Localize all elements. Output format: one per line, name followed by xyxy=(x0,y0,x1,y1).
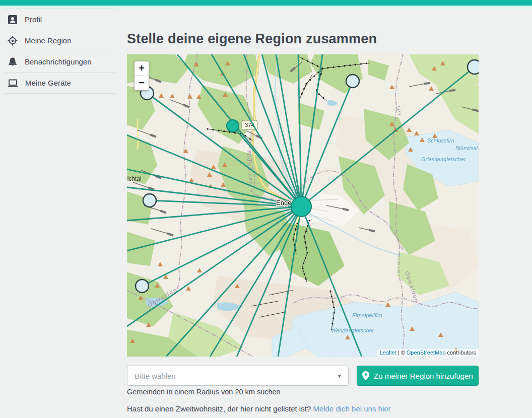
municipality-select[interactable]: Bitte wählen ▾ xyxy=(127,366,349,386)
glacier-label-firnalpelifirn: Firnalpelifirn xyxy=(352,312,382,318)
glacier-label-bluemlisalp: Blümlisal xyxy=(455,145,478,151)
add-to-region-button[interactable]: Zu meiner Region hinzufügen xyxy=(357,366,479,386)
user-badge-icon xyxy=(7,14,18,25)
sidebar-item-label: Benachrichtigungen xyxy=(25,57,92,66)
target-icon xyxy=(7,35,18,46)
sidebar-item-profil[interactable]: Profil xyxy=(0,9,121,30)
map-pin-icon xyxy=(362,371,369,380)
region-map[interactable]: 374 Nidwalden Uri Obwalden Obwalden Melc… xyxy=(127,54,479,357)
zoom-out-button[interactable]: − xyxy=(135,76,149,90)
municipality-marker[interactable] xyxy=(346,75,359,88)
contact-link[interactable]: Melde dich bei uns hier xyxy=(313,404,390,413)
sidebar: Profil Meine Region Benachrichtigungen M… xyxy=(0,9,121,94)
osm-link[interactable]: OpenStreetMap xyxy=(407,350,446,356)
page-title: Stelle deine eigene Region zusammen xyxy=(127,31,377,47)
laptop-icon xyxy=(7,78,19,89)
municipality-marker[interactable] xyxy=(143,194,156,207)
sidebar-item-label: Profil xyxy=(25,15,42,24)
glacier-label-griessengletscher: Griessengletscher xyxy=(421,156,467,162)
sidebar-item-meine-region[interactable]: Meine Region xyxy=(0,30,121,51)
sidebar-item-benachrichtigungen[interactable]: Benachrichtigungen xyxy=(0,51,121,72)
zoom-in-button[interactable]: + xyxy=(135,61,149,76)
attribution-suffix: contributors xyxy=(445,350,476,356)
top-brand-bar xyxy=(0,0,532,6)
map-zoom-control: + − xyxy=(134,61,149,91)
sidebar-item-label: Meine Region xyxy=(25,36,72,45)
glacier-label-schlossfirn: Schlossfirn xyxy=(427,137,454,144)
municipality-marker[interactable] xyxy=(136,280,149,293)
add-to-region-label: Zu meiner Region hinzufügen xyxy=(374,372,473,380)
selected-municipality-marker[interactable] xyxy=(227,120,239,132)
sidebar-item-meine-geraete[interactable]: Meine Geräte xyxy=(0,73,121,93)
select-placeholder: Bitte wählen xyxy=(135,372,176,380)
leaflet-link[interactable]: Leaflet xyxy=(380,350,396,356)
municipality-marker[interactable] xyxy=(468,60,479,74)
bell-icon xyxy=(7,56,18,67)
secondary-residence-row: Hast du einen Zweitwohnsitz, der hier ni… xyxy=(127,404,391,413)
sidebar-item-label: Meine Geräte xyxy=(25,79,71,87)
dropdown-caret-icon: ▾ xyxy=(338,372,341,380)
attribution-separator: | © xyxy=(396,350,407,356)
radius-helper-text: Gemeinden in einem Radius von 20 km such… xyxy=(127,388,281,396)
glacier-label-wendengletscher: Wendengletscher xyxy=(331,327,375,333)
divider xyxy=(5,93,115,94)
secondary-residence-text: Hast du einen Zweitwohnsitz, der hier ni… xyxy=(127,404,313,413)
map-canvas: 374 Nidwalden Uri Obwalden Obwalden Melc… xyxy=(127,54,479,357)
map-attribution: Leaflet | © OpenStreetMap contributors xyxy=(377,349,479,357)
valley-label-melchtal: Melchtal xyxy=(127,175,142,182)
home-region-marker[interactable] xyxy=(291,196,311,217)
